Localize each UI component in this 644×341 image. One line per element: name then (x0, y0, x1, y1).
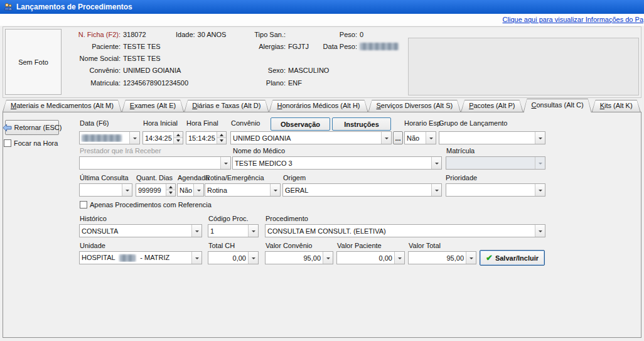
tab-consultas[interactable]: Consultas (Alt C) (523, 99, 592, 112)
horario-esp-select[interactable]: Não (404, 131, 436, 144)
chevron-down-icon[interactable] (248, 252, 258, 264)
instrucoes-button[interactable]: Instruções (332, 117, 391, 131)
origem-label: Origem (283, 174, 306, 181)
chevron-down-icon[interactable] (248, 225, 258, 237)
retornar-button[interactable]: Retornar (ESC) (5, 120, 59, 135)
chevron-down-icon[interactable] (431, 157, 441, 169)
spin-up-icon[interactable] (166, 184, 175, 190)
spin-down-icon[interactable] (217, 138, 226, 144)
origem-select[interactable]: GERAL (282, 183, 442, 197)
valor-paciente-select[interactable]: 0,00 (336, 251, 405, 264)
prioridade-select[interactable] (446, 183, 545, 197)
hora-final-label: Hora Final (186, 119, 218, 127)
chevron-down-icon[interactable] (535, 225, 545, 237)
chevron-down-icon[interactable] (220, 157, 230, 169)
chevron-down-icon[interactable] (191, 252, 201, 264)
chevron-down-icon[interactable] (535, 132, 545, 144)
rotina-emergencia-select[interactable]: Rotina (205, 183, 281, 197)
quant-dias-spinner[interactable]: 999999 (136, 183, 176, 197)
patient-paciente-row: Paciente: TESTE TES (63, 43, 161, 50)
agendada-select[interactable]: Não (177, 183, 204, 197)
nome-medico-value: TESTE MEDICO 3 (233, 160, 431, 167)
unidade-select[interactable]: HOSPITAL - MATRIZ (79, 251, 202, 264)
chevron-down-icon (535, 157, 545, 169)
grupo-lancamento-select[interactable] (439, 131, 545, 144)
nome-social-value: TESTE TES (123, 55, 161, 62)
redacted-unidade-value (119, 254, 136, 262)
nome-medico-label: Nome do Médico (233, 147, 285, 154)
ficha-value: 318072 (123, 31, 146, 38)
hora-inicial-value: 14:34:25 (143, 132, 173, 144)
redacted-data-value (82, 134, 122, 142)
agendada-label: Agendada (178, 174, 209, 181)
chevron-down-icon[interactable] (129, 132, 139, 144)
hora-final-spinner[interactable]: 15:14:25 (186, 131, 227, 144)
unidade-label: Unidade (80, 242, 105, 249)
historico-select[interactable]: CONSULTA (79, 224, 202, 237)
spin-down-icon[interactable] (174, 138, 183, 144)
chevron-down-icon[interactable] (535, 184, 545, 196)
tab-kits[interactable]: Kits (Alt K) (592, 100, 641, 112)
convenio-value: UNIMED GOIANIA (231, 134, 381, 142)
chevron-down-icon[interactable] (193, 184, 203, 196)
chevron-down-icon[interactable] (431, 184, 441, 196)
tab-honorarios-medicos[interactable]: Honorários Médicos (Alt H) (269, 100, 368, 112)
redacted-data-peso-value (360, 43, 399, 50)
total-ch-value: 0,00 (208, 254, 248, 262)
chevron-down-icon[interactable] (381, 132, 391, 144)
valor-convenio-select[interactable]: 95,00 (265, 251, 333, 264)
title-bar: Lançamentos de Procedimentos (0, 0, 644, 14)
chevron-down-icon[interactable] (122, 184, 132, 196)
peso-value: 0 (360, 31, 363, 38)
ficha-label: N. Ficha (F2): (63, 31, 121, 38)
quant-dias-label: Quant. Dias (136, 174, 173, 181)
apenas-procedimentos-checkbox[interactable]: Apenas Procedimentos com Referencia (80, 201, 212, 208)
spin-down-icon[interactable] (166, 190, 175, 196)
prestador-select[interactable] (79, 156, 231, 170)
chevron-down-icon[interactable] (323, 252, 333, 264)
ultima-consulta-select[interactable] (79, 183, 132, 197)
tab-diarias-e-taxas[interactable]: Diárias e Taxas (Alt D) (184, 100, 269, 112)
valor-paciente-label: Valor Paciente (337, 242, 382, 249)
tab-exames[interactable]: Exames (Alt E) (122, 100, 184, 112)
tab-materiais-e-medicamentos[interactable]: Materiais e Medicamentos (Alt M) (3, 100, 122, 112)
valor-convenio-value: 95,00 (266, 254, 323, 262)
window-icon (4, 3, 13, 11)
salvar-incluir-label: Salvar/Incluir (495, 254, 539, 262)
spin-up-icon[interactable] (174, 132, 183, 138)
nome-medico-select[interactable]: TESTE MEDICO 3 (232, 156, 442, 170)
chevron-down-icon[interactable] (466, 252, 476, 264)
chevron-down-icon[interactable] (270, 184, 280, 196)
valor-total-select[interactable]: 95,00 (408, 251, 476, 264)
data-peso-label: Data Peso: (316, 43, 357, 50)
window-title: Lançamentos de Procedimentos (16, 3, 132, 11)
spin-up-icon[interactable] (217, 132, 226, 138)
patient-side-panel (408, 38, 639, 95)
observacao-button[interactable]: Observação (271, 117, 330, 131)
matricula-select (446, 156, 545, 170)
link-strip: Clique aqui para visualizar Informações … (0, 14, 644, 26)
hora-inicial-spinner[interactable]: 14:34:25 (142, 131, 183, 144)
codigo-proc-select[interactable]: 1 (208, 224, 259, 237)
patient-idade-row: Idade: 30 ANOS (176, 31, 226, 38)
tab-bar: Materiais e Medicamentos (Alt M) Exames … (3, 99, 641, 112)
salvar-incluir-button[interactable]: ✔ Salvar/Incluir (480, 250, 545, 266)
tab-pacotes[interactable]: Pacotes (Alt P) (461, 100, 523, 112)
patient-matricula-value: 12345678901234500 (123, 79, 188, 87)
chevron-down-icon[interactable] (394, 252, 404, 264)
patient-info-link[interactable]: Clique aqui para visualizar Informações … (503, 16, 643, 23)
hora-final-value: 15:14:25 (186, 132, 217, 144)
focar-na-hora-checkbox[interactable]: Focar na Hora (4, 139, 58, 147)
data-select[interactable] (79, 131, 140, 144)
procedimento-select[interactable]: CONSULTA EM CONSULT. (ELETIVA) (265, 224, 545, 237)
tab-servicos-diversos[interactable]: Serviços Diversos (Alt S) (368, 100, 461, 112)
patient-convenio-value: UNIMED GOIANIA (123, 67, 181, 74)
retornar-button-label: Retornar (ESC) (14, 124, 62, 131)
chevron-down-icon[interactable] (426, 132, 436, 144)
plano-label: Plano: (247, 79, 286, 87)
convenio-select[interactable]: UNIMED GOIANIA (230, 131, 392, 144)
prestador-label: Prestador que Irá Receber (80, 147, 161, 154)
total-ch-select[interactable]: 0,00 (208, 251, 259, 264)
more-options-button[interactable]: ... (393, 131, 403, 144)
chevron-down-icon[interactable] (191, 225, 201, 237)
